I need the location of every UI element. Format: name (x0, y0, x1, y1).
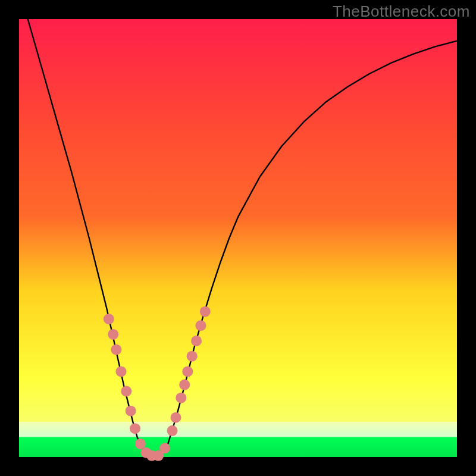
curve-marker (195, 320, 206, 331)
chart-background-gradient (19, 19, 457, 457)
chart-svg (0, 0, 476, 476)
curve-marker (179, 380, 190, 390)
curve-marker (104, 314, 114, 324)
curve-marker (191, 336, 202, 346)
curve-marker (159, 443, 170, 453)
curve-marker (182, 366, 193, 377)
curve-marker (130, 423, 140, 434)
curve-marker (170, 412, 181, 423)
curve-marker (115, 366, 126, 377)
watermark-text: TheBottleneck.com (333, 2, 470, 21)
chart-stage: TheBottleneck.com (0, 0, 476, 476)
curve-marker (126, 406, 136, 416)
curve-marker (187, 351, 198, 362)
curve-marker (200, 306, 211, 317)
curve-marker (108, 329, 118, 340)
curve-marker (121, 386, 131, 397)
curve-marker (167, 425, 178, 436)
curve-marker (111, 345, 121, 355)
curve-marker (135, 439, 146, 449)
curve-marker (176, 393, 186, 403)
